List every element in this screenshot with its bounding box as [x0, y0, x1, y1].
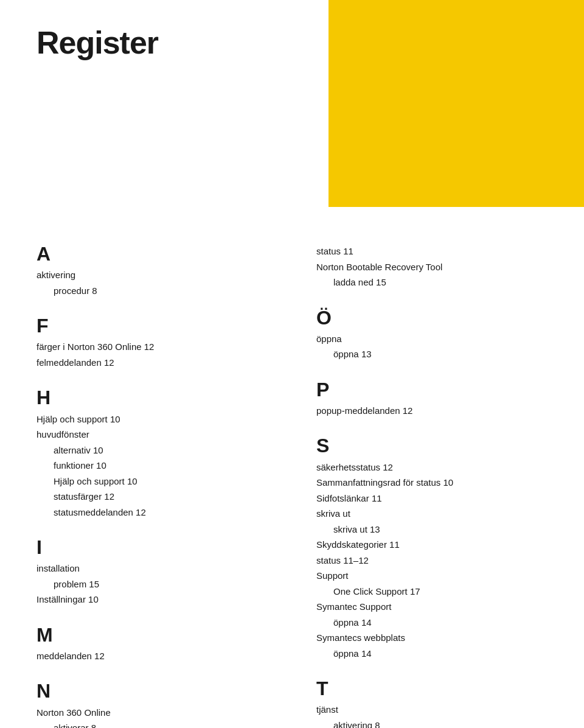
index-section: Mmeddelanden 12 [36, 625, 268, 664]
index-entry: Norton Bootable Recovery Tool [316, 259, 548, 275]
index-entry: installation [36, 561, 268, 576]
index-entry: procedur 8 [36, 283, 268, 299]
index-section: status 11Norton Bootable Recovery Toolla… [316, 243, 548, 290]
index-entry: tjänst [316, 702, 548, 718]
index-entry: One Click Support 17 [316, 584, 548, 600]
index-entry: skriva ut 13 [316, 522, 548, 537]
section-letter: Ö [316, 307, 548, 329]
index-entry: skriva ut [316, 506, 548, 522]
index-section: Ppopup-meddelanden 12 [316, 379, 548, 419]
section-letter: T [316, 678, 548, 699]
index-entry: öppna 13 [316, 346, 548, 362]
page-title: Register [0, 0, 584, 61]
index-section: HHjälp och support 10huvudfönsteralterna… [36, 387, 268, 520]
index-entry: Inställningar 10 [36, 592, 268, 607]
section-letter: S [316, 435, 548, 457]
index-section: Iinstallationproblem 15Inställningar 10 [36, 537, 268, 607]
index-entry: Norton 360 Online [36, 705, 268, 721]
index-section: Ttjänstaktivering 8 [316, 678, 548, 728]
index-entry: status 11 [316, 243, 548, 259]
index-section: NNorton 360 Onlineaktiverar 8färger 12hu… [36, 681, 268, 728]
section-letter: N [36, 681, 268, 702]
section-letter: I [36, 537, 268, 558]
section-letter: P [316, 379, 548, 401]
index-entry: aktivering [36, 267, 268, 283]
index-entry: Hjälp och support 10 [36, 474, 268, 489]
section-letter: A [36, 243, 268, 265]
index-entry: Skyddskategorier 11 [316, 537, 548, 553]
index-entry: ladda ned 15 [316, 275, 548, 290]
right-column: status 11Norton Bootable Recovery Toolla… [316, 243, 548, 728]
index-entry: felmeddelanden 12 [36, 355, 268, 371]
index-section: Ssäkerhetsstatus 12Sammanfattningsrad fö… [316, 435, 548, 661]
index-entry: säkerhetsstatus 12 [316, 460, 548, 475]
index-entry: Sammanfattningsrad för status 10 [316, 475, 548, 491]
index-entry: funktioner 10 [36, 458, 268, 474]
index-entry: statusfärger 12 [36, 489, 268, 505]
index-entry: aktivering 8 [316, 718, 548, 728]
index-entry: Hjälp och support 10 [36, 411, 268, 427]
index-entry: problem 15 [36, 576, 268, 592]
index-entry: Symantecs webbplats [316, 630, 548, 646]
index-entry: statusmeddelanden 12 [36, 505, 268, 520]
index-entry: aktiverar 8 [36, 720, 268, 728]
index-entry: Symantec Support [316, 599, 548, 615]
section-letter: F [36, 315, 268, 337]
index-entry: öppna 14 [316, 646, 548, 662]
section-letter: M [36, 625, 268, 646]
index-entry: öppna 14 [316, 615, 548, 631]
left-column: Aaktiveringprocedur 8Ffärger i Norton 36… [36, 243, 268, 728]
section-letter: H [36, 387, 268, 408]
content-area: Aaktiveringprocedur 8Ffärger i Norton 36… [0, 61, 584, 728]
index-entry: alternativ 10 [36, 443, 268, 458]
index-entry: meddelanden 12 [36, 648, 268, 664]
index-section: Aaktiveringprocedur 8 [36, 243, 268, 298]
index-entry: färger i Norton 360 Online 12 [36, 339, 268, 355]
index-entry: öppna [316, 331, 548, 347]
index-entry: Sidfotslänkar 11 [316, 491, 548, 506]
index-entry: status 11–12 [316, 553, 548, 569]
index-entry: Support [316, 568, 548, 584]
index-entry: huvudfönster [36, 427, 268, 443]
index-entry: popup-meddelanden 12 [316, 403, 548, 419]
index-section: Ffärger i Norton 360 Online 12felmeddela… [36, 315, 268, 370]
index-section: Ööppnaöppna 13 [316, 307, 548, 362]
